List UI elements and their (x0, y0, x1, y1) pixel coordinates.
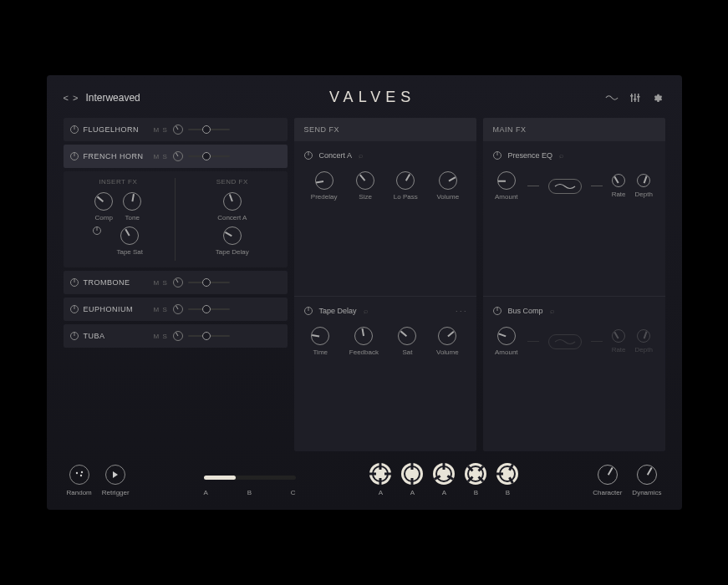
volume-slider[interactable] (188, 282, 230, 283)
knob-label: Tape Delay (216, 248, 249, 256)
power-icon[interactable] (93, 226, 101, 235)
predelay-knob[interactable] (315, 171, 333, 190)
depth-knob[interactable] (637, 329, 650, 343)
instrument-tuba[interactable]: TUBA M S (64, 324, 288, 348)
abc-slider[interactable] (204, 476, 296, 480)
footer-label: Retrigger (102, 489, 130, 496)
instrument-fx-panel: INSERT FX Comp Tone Tape Sat SEND FX Con… (64, 171, 288, 267)
search-icon[interactable]: ⌕ (559, 151, 563, 160)
volume-knob[interactable] (439, 171, 457, 190)
mute-solo[interactable]: M S (154, 279, 168, 287)
instrument-trombone[interactable]: TROMBONE M S (64, 271, 288, 294)
footer-label: Character (593, 489, 622, 496)
svg-rect-3 (630, 95, 634, 97)
section-title: INSERT FX (72, 178, 165, 186)
sync-indicator[interactable]: · · · (456, 307, 466, 315)
concert-a-knob[interactable] (223, 192, 242, 211)
insert-fx-section: INSERT FX Comp Tone Tape Sat (72, 178, 165, 261)
tone-knob[interactable] (123, 192, 141, 211)
mute-solo[interactable]: M S (154, 306, 168, 313)
mute-solo[interactable]: M S (154, 153, 168, 160)
fx-name: Concert A (319, 151, 353, 160)
gear-icon[interactable] (652, 91, 665, 104)
knob-label: Tape Sat (116, 248, 143, 256)
svg-point-6 (75, 472, 77, 474)
pan-knob[interactable] (173, 277, 183, 287)
power-icon[interactable] (70, 332, 79, 340)
depth-knob[interactable] (637, 174, 650, 187)
power-icon[interactable] (70, 125, 79, 134)
instrument-euphonium[interactable]: EUPHONIUM M S (64, 298, 288, 321)
footer-label: Random (67, 489, 92, 496)
wave-icon[interactable] (605, 91, 619, 104)
pan-knob[interactable] (173, 304, 183, 314)
abc-label[interactable]: A (204, 489, 208, 496)
mute-solo[interactable]: M S (154, 126, 168, 134)
tapesat-knob[interactable] (120, 226, 139, 245)
comp-knob[interactable] (94, 192, 113, 211)
wave-selector[interactable] (548, 334, 582, 349)
volume-knob[interactable] (438, 327, 456, 345)
rate-knob[interactable] (612, 329, 625, 343)
main-panel: FLUGELHORN M S FRENCH HORN M S INSERT FX… (64, 118, 665, 451)
preset-prev-next-icon[interactable]: < > (64, 93, 79, 103)
volume-slider[interactable] (188, 155, 230, 157)
amount-knob[interactable] (497, 327, 516, 345)
tape-delay-knob[interactable] (223, 226, 242, 245)
power-icon[interactable] (493, 307, 501, 315)
send-fx-column: SEND FX Concert A ⌕ Predelay Size Lo Pas… (294, 118, 476, 451)
random-button[interactable] (69, 465, 89, 485)
power-icon[interactable] (70, 305, 79, 313)
instrument-flugelhorn[interactable]: FLUGELHORN M S (64, 118, 288, 141)
header: < > Interweaved VALVES (64, 89, 665, 106)
time-knob[interactable] (311, 327, 329, 345)
size-knob[interactable] (356, 171, 374, 190)
mute-solo[interactable]: M S (154, 333, 168, 340)
power-icon[interactable] (70, 278, 79, 287)
power-icon[interactable] (70, 152, 79, 160)
preset-navigator: < > Interweaved (64, 92, 140, 104)
power-icon[interactable] (304, 307, 313, 315)
fx-block-presence-eq: Presence EQ ⌕ Amount Rate Depth (483, 141, 665, 297)
knob-label: Comp (95, 214, 113, 221)
instrument-french-horn[interactable]: FRENCH HORN M S (64, 145, 288, 168)
search-icon[interactable]: ⌕ (364, 307, 368, 315)
abc-label[interactable]: C (291, 489, 296, 496)
volume-slider[interactable] (188, 335, 230, 337)
retrigger-button[interactable] (105, 465, 125, 485)
abc-label[interactable]: B (247, 489, 252, 496)
wave-selector[interactable] (548, 179, 582, 194)
volume-slider[interactable] (188, 129, 230, 130)
preset-name[interactable]: Interweaved (85, 92, 140, 104)
rate-knob[interactable] (612, 174, 625, 187)
svg-rect-0 (631, 94, 633, 102)
power-icon[interactable] (493, 151, 501, 160)
perf-label: A (410, 489, 415, 496)
pan-knob[interactable] (173, 331, 183, 341)
volume-slider[interactable] (188, 308, 230, 310)
search-icon[interactable]: ⌕ (359, 151, 363, 160)
svg-rect-5 (637, 96, 640, 98)
pan-knob[interactable] (173, 151, 183, 161)
pan-knob[interactable] (173, 125, 183, 135)
feedback-knob[interactable] (354, 327, 373, 345)
perf-knob-5[interactable] (496, 463, 518, 485)
footer: Random Retrigger A B C A A A B B Charact… (64, 463, 665, 496)
perf-knob-1[interactable] (369, 463, 391, 485)
perf-knob-3[interactable] (433, 463, 455, 485)
search-icon[interactable]: ⌕ (550, 307, 554, 315)
mixer-icon[interactable] (629, 91, 642, 104)
character-knob[interactable] (598, 465, 618, 485)
link-line (591, 186, 603, 186)
sat-knob[interactable] (398, 327, 416, 345)
dynamics-knob[interactable] (637, 465, 657, 485)
perf-knob-4[interactable] (465, 463, 486, 485)
perf-knob-2[interactable] (401, 463, 423, 485)
knob-label: Volume (436, 348, 459, 356)
link-line (591, 341, 603, 342)
perf-label: A (379, 489, 383, 496)
link-line (527, 341, 539, 342)
lopass-knob[interactable] (396, 171, 415, 190)
power-icon[interactable] (304, 151, 313, 160)
amount-knob[interactable] (497, 171, 516, 190)
